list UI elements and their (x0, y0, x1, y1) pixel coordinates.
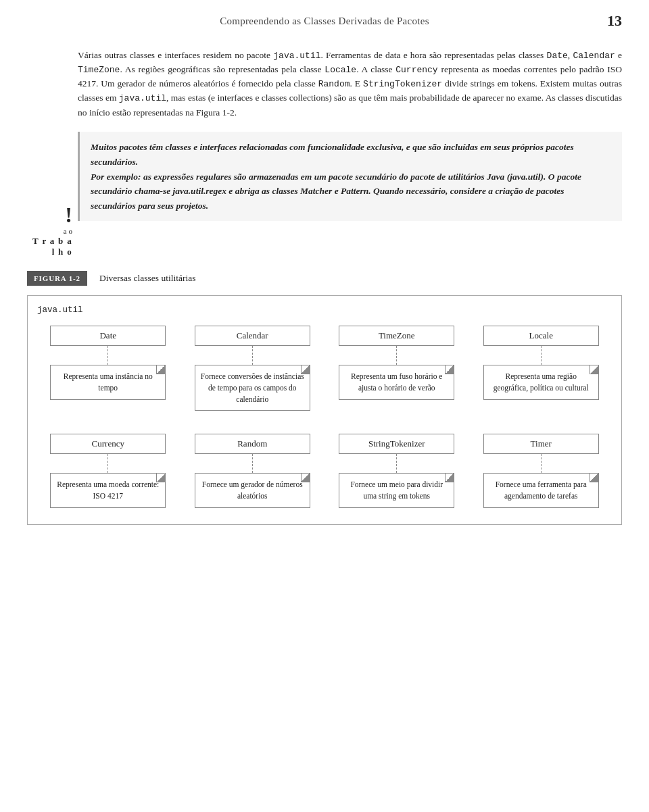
desc-locale: Representa uma região geográfica, políti… (483, 365, 599, 399)
note-text-line2: Por exemplo: as expressões regulares são… (91, 172, 581, 211)
diagram-row-2: Currency Representa uma moeda corrente: … (36, 430, 613, 511)
figure-label-row: FIGURA 1-2 Diversas classes utilitárias (27, 271, 622, 286)
desc-currency: Representa uma moeda corrente: ISO 4217 (50, 473, 166, 507)
note-box: Muitos pacotes têm classes e interfaces … (78, 132, 622, 221)
desc-calendar: Fornece conversões de instâncias de temp… (195, 365, 310, 411)
col-timer: Timer Fornece uma ferramenta para agenda… (469, 430, 614, 511)
connector-timer (541, 454, 542, 473)
diagram-container: java.util Date Representa uma instância … (27, 295, 622, 524)
col-calendar: Calendar Fornece conversões de instância… (181, 322, 325, 415)
page-title: Compreendendo as Classes Derivadas de Pa… (54, 16, 595, 27)
text-body: Várias outras classes e interfaces resid… (78, 49, 622, 257)
class-timezone: TimeZone (339, 326, 454, 346)
class-date: Date (50, 326, 166, 346)
page-number: 13 (595, 12, 622, 30)
sidebar-ao-label: a o (64, 227, 72, 236)
desc-stringtokenizer: Fornece um meio para dividir uma string … (339, 473, 454, 507)
diagram-row-1: Date Representa uma instância no tempo C… (36, 322, 613, 415)
desc-date: Representa uma instância no tempo (50, 365, 166, 399)
sidebar: ! a o T r a b a l h o (27, 49, 78, 257)
col-date: Date Representa uma instância no tempo (36, 322, 181, 415)
col-locale: Locale Representa uma região geográfica,… (469, 322, 614, 415)
connector-date (107, 346, 108, 365)
desc-timezone: Representa um fuso horário e ajusta o ho… (339, 365, 454, 399)
package-label: java.util (36, 305, 613, 315)
main-paragraph: Várias outras classes e interfaces resid… (78, 49, 622, 120)
class-stringtokenizer: StringTokenizer (339, 434, 454, 454)
col-timezone: TimeZone Representa um fuso horário e aj… (324, 322, 469, 415)
col-random: Random Fornece um gerador de números ale… (181, 430, 325, 511)
page: Compreendendo as Classes Derivadas de Pa… (0, 0, 649, 812)
connector-calendar (252, 346, 253, 365)
class-timer: Timer (483, 434, 599, 454)
class-locale: Locale (483, 326, 599, 346)
class-random: Random (195, 434, 310, 454)
connector-locale (541, 346, 542, 365)
figure-label: FIGURA 1-2 (27, 271, 87, 286)
connector-currency (107, 454, 108, 473)
connector-stringtokenizer (396, 454, 397, 473)
class-currency: Currency (50, 434, 166, 454)
sidebar-exclamation: ! (65, 204, 72, 226)
desc-timer: Fornece uma ferramenta para agendamento … (483, 473, 599, 507)
connector-timezone (396, 346, 397, 365)
col-stringtokenizer: StringTokenizer Fornece um meio para div… (324, 430, 469, 511)
figure-section: FIGURA 1-2 Diversas classes utilitárias … (27, 271, 622, 524)
sidebar-trabalho-label: T r a b a l h o (27, 236, 72, 257)
figure-caption: Diversas classes utilitárias (99, 273, 195, 284)
col-currency: Currency Representa uma moeda corrente: … (36, 430, 181, 511)
content-area: ! a o T r a b a l h o Várias outras clas… (0, 36, 649, 257)
note-text-line1: Muitos pacotes têm classes e interfaces … (91, 142, 574, 167)
page-header: Compreendendo as Classes Derivadas de Pa… (0, 0, 649, 36)
class-calendar: Calendar (195, 326, 310, 346)
connector-random (252, 454, 253, 473)
desc-random: Fornece um gerador de números aleatórios (195, 473, 310, 507)
